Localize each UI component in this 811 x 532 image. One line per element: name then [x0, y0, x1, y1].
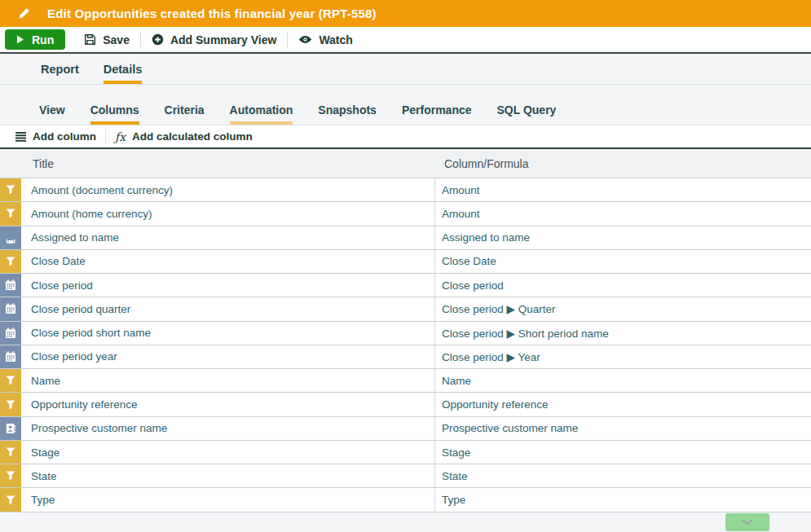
main-toolbar: Run Save Add Summary View — [0, 27, 811, 54]
row-formula: State — [435, 464, 811, 487]
subtab-columns[interactable]: Columns — [90, 103, 139, 125]
row-title: Close period — [23, 274, 435, 297]
stack-icon[interactable] — [0, 226, 23, 249]
row-formula: Type — [435, 488, 811, 511]
column-actions-bar: Add column ƒx Add calculated column — [0, 125, 811, 149]
row-title: Close period year — [23, 345, 435, 368]
add-column-label: Add column — [33, 130, 96, 143]
subtab-sql-query[interactable]: SQL Query — [497, 103, 557, 125]
add-calculated-column-button[interactable]: ƒx Add calculated column — [106, 127, 262, 147]
row-formula: Close Date — [435, 250, 811, 273]
subtabs-bar: ViewColumnsCriteriaAutomationSnapshotsPe… — [0, 85, 811, 125]
fx-icon: ƒx — [115, 130, 126, 143]
row-title: Name — [23, 369, 435, 392]
tab-details[interactable]: Details — [104, 63, 143, 84]
row-formula: Assigned to name — [435, 226, 811, 249]
row-formula: Close period ▶ Quarter — [435, 297, 811, 320]
row-title: State — [23, 464, 435, 487]
table-row[interactable]: Prospective customer nameProspective cus… — [0, 417, 811, 441]
row-title: Close period short name — [23, 322, 435, 345]
row-title: Close period quarter — [23, 297, 435, 320]
table-row[interactable]: StateState — [0, 464, 811, 488]
calendar-icon[interactable] — [0, 297, 23, 320]
row-title: Amount (home currency) — [23, 202, 435, 225]
table-row[interactable]: Close period short nameClose period ▶ Sh… — [0, 322, 811, 345]
row-title: Prospective customer name — [23, 417, 435, 440]
funnel-icon[interactable] — [0, 250, 23, 273]
table-header: Title Column/Formula — [0, 149, 811, 178]
subtab-performance[interactable]: Performance — [402, 103, 472, 125]
titlebar: Edit Opportunities created this financia… — [0, 0, 811, 27]
row-title: Opportunity reference — [23, 393, 435, 415]
run-label: Run — [32, 33, 54, 46]
add-summary-view-button[interactable]: Add Summary View — [141, 29, 287, 50]
subtab-view[interactable]: View — [39, 103, 65, 125]
subtab-automation[interactable]: Automation — [230, 103, 293, 125]
tab-report[interactable]: Report — [41, 63, 79, 84]
table-row[interactable]: Amount (document currency)Amount — [0, 178, 811, 202]
chevron-down-icon — [741, 519, 754, 525]
table-row[interactable]: Assigned to nameAssigned to name — [0, 226, 811, 250]
watch-label: Watch — [319, 33, 352, 46]
funnel-icon[interactable] — [0, 441, 23, 464]
eye-icon — [298, 35, 312, 44]
table-row[interactable]: Close DateClose Date — [0, 250, 811, 274]
funnel-icon[interactable] — [0, 202, 23, 225]
row-formula: Stage — [435, 441, 811, 464]
calendar-icon[interactable] — [0, 345, 23, 368]
table-row[interactable]: TypeType — [0, 488, 811, 512]
page-title: Edit Opportunities created this financia… — [47, 7, 377, 20]
row-formula: Amount — [435, 202, 811, 225]
row-formula: Close period ▶ Short period name — [435, 322, 811, 345]
add-calculated-column-label: Add calculated column — [132, 130, 253, 143]
row-formula: Amount — [435, 178, 811, 201]
run-button[interactable]: Run — [5, 29, 65, 50]
row-title: Stage — [23, 441, 435, 464]
funnel-icon[interactable] — [0, 393, 23, 415]
calendar-icon[interactable] — [0, 322, 23, 345]
calendar-icon[interactable] — [0, 274, 23, 297]
row-title: Type — [23, 488, 435, 511]
address-book-icon[interactable] — [0, 417, 23, 440]
table-row[interactable]: NameName — [0, 369, 811, 393]
subtab-criteria[interactable]: Criteria — [165, 103, 205, 125]
save-label: Save — [103, 33, 130, 46]
add-summary-view-label: Add Summary View — [170, 33, 276, 46]
funnel-icon[interactable] — [0, 178, 23, 201]
row-formula: Close period ▶ Year — [435, 345, 811, 368]
funnel-icon[interactable] — [0, 464, 23, 487]
pencil-icon — [18, 7, 30, 20]
table-row[interactable]: Close periodClose period — [0, 274, 811, 297]
row-formula: Opportunity reference — [435, 393, 811, 415]
header-title: Title — [24, 157, 437, 170]
row-title: Amount (document currency) — [23, 178, 435, 201]
tabs-bar: ReportDetails — [0, 54, 811, 85]
header-column-formula: Column/Formula — [437, 157, 811, 170]
plus-circle-icon — [152, 33, 164, 46]
row-title: Assigned to name — [23, 226, 435, 249]
table-row[interactable]: Opportunity referenceOpportunity referen… — [0, 393, 811, 416]
table-row[interactable]: Amount (home currency)Amount — [0, 202, 811, 226]
funnel-icon[interactable] — [0, 488, 23, 511]
row-formula: Close period — [435, 274, 811, 297]
row-formula: Prospective customer name — [435, 417, 811, 440]
save-icon — [84, 33, 96, 46]
funnel-icon[interactable] — [0, 369, 23, 392]
table-row[interactable]: StageStage — [0, 441, 811, 464]
subtab-snapshots[interactable]: Snapshots — [318, 103, 377, 125]
table-body: Amount (document currency)AmountAmount (… — [0, 178, 811, 512]
watch-button[interactable]: Watch — [288, 29, 363, 50]
play-icon — [16, 35, 24, 44]
save-button[interactable]: Save — [73, 29, 140, 50]
scroll-down-button[interactable] — [725, 513, 769, 531]
add-column-button[interactable]: Add column — [7, 127, 105, 147]
row-title: Close Date — [23, 250, 435, 273]
row-formula: Name — [435, 369, 811, 392]
table-row[interactable]: Close period quarterClose period ▶ Quart… — [0, 297, 811, 321]
footer-bar — [0, 512, 811, 528]
list-icon — [15, 132, 26, 142]
table-row[interactable]: Close period yearClose period ▶ Year — [0, 345, 811, 369]
